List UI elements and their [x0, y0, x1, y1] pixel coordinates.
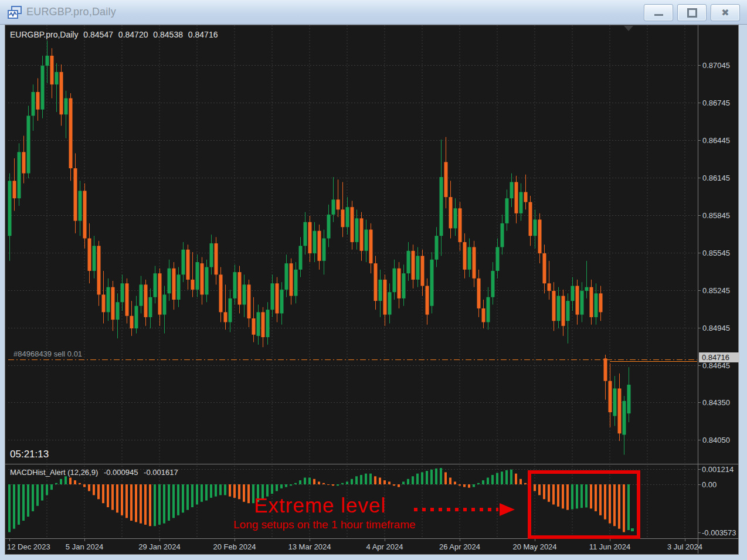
macd-histogram-bar — [501, 471, 503, 484]
time-axis-label: 4 Apr 2024 — [366, 542, 403, 551]
candle-body — [534, 219, 537, 236]
candle-body — [238, 272, 242, 304]
macd-histogram-bar — [599, 484, 602, 515]
candle-body — [27, 116, 30, 173]
macd-histogram-bar — [111, 484, 114, 510]
highlight-rectangle — [529, 472, 639, 537]
candle-body — [257, 312, 260, 336]
macd-histogram-bar — [327, 484, 330, 485]
macd-histogram-bar — [388, 481, 391, 484]
quote-low: 0.84538 — [153, 30, 183, 39]
mt4-chart-window: EURGBP.pro,Daily ✖ 0.870450.867450.86445… — [0, 0, 747, 560]
macd-histogram-bar — [604, 484, 606, 520]
macd-histogram-bar — [524, 483, 527, 484]
macd-histogram-bar — [360, 475, 362, 484]
candle-body — [8, 181, 12, 236]
candle-body — [618, 388, 622, 433]
macd-histogram-bar — [477, 483, 480, 484]
candle-body — [18, 152, 21, 198]
macd-histogram-bar — [88, 484, 90, 491]
candle-body — [135, 306, 138, 328]
candle-body — [388, 292, 392, 314]
macd-histogram-bar — [125, 484, 128, 518]
macd-histogram-bar — [505, 470, 508, 484]
indicator-value-1: -0.000945 — [104, 468, 138, 477]
candle-body — [74, 168, 77, 221]
candle-body — [322, 238, 326, 260]
macd-histogram-bar — [463, 484, 466, 487]
time-axis-label: 20 May 2024 — [512, 542, 556, 551]
time-axis-label: 11 Jun 2024 — [589, 542, 631, 551]
candle-body — [130, 316, 134, 328]
macd-histogram-bar — [444, 472, 447, 484]
macd-histogram-bar — [496, 473, 498, 484]
price-axis-label: 0.84945 — [702, 324, 730, 332]
price-axis-label: 0.86745 — [702, 99, 730, 107]
macd-histogram-bar — [613, 484, 616, 526]
candle-body — [426, 286, 429, 315]
open-position-label: #84968439 sell 0.01 — [13, 349, 82, 358]
macd-histogram-bar — [487, 478, 489, 484]
macd-axis-label: -0.003573 — [702, 528, 736, 537]
candle-body — [233, 272, 237, 298]
maximize-icon — [687, 8, 697, 18]
macd-histogram-bar — [379, 478, 381, 484]
macd-histogram-bar — [22, 484, 25, 521]
indicator-header: MACDHist_Alert (12,26,9) -0.000945 -0.00… — [10, 468, 182, 477]
candle-body — [276, 283, 279, 313]
window-titlebar[interactable]: EURGBP.pro,Daily ✖ — [0, 0, 747, 25]
candle-body — [163, 294, 167, 314]
macd-histogram-bar — [55, 483, 57, 484]
annotation-subtext: Long setups on the 1 hour timeframe — [233, 518, 416, 531]
candle-body — [36, 92, 40, 110]
candle-body — [64, 99, 68, 115]
minimize-button[interactable] — [644, 4, 673, 21]
candle-body — [585, 287, 589, 291]
macd-histogram-bar — [121, 484, 123, 515]
candle-body — [243, 284, 246, 304]
macd-histogram-bar — [224, 484, 226, 495]
price-axis-label: 0.84350 — [702, 398, 730, 407]
candle-body — [201, 263, 204, 294]
close-icon: ✖ — [721, 8, 729, 18]
macd-histogram-bar — [205, 484, 208, 501]
candle-body — [402, 273, 406, 298]
candle-body — [412, 251, 415, 280]
macd-histogram-bar — [398, 484, 400, 487]
macd-histogram-bar — [233, 484, 236, 498]
candle-body — [158, 273, 162, 314]
macd-histogram-bar — [618, 484, 620, 529]
time-axis-label: 5 Jan 2024 — [66, 542, 103, 551]
candle-body — [50, 56, 54, 84]
candle-body — [449, 197, 453, 228]
candle-body — [360, 218, 364, 250]
candle-body — [177, 274, 181, 300]
candle-body — [219, 274, 223, 312]
macd-histogram-bar — [116, 484, 118, 513]
macd-histogram-bar — [304, 478, 306, 484]
time-axis-label: 13 Mar 2024 — [288, 542, 331, 551]
candle-body — [22, 152, 26, 173]
macd-histogram-bar — [440, 468, 442, 484]
candle-body — [609, 381, 612, 412]
maximize-button[interactable] — [677, 4, 707, 21]
macd-histogram-bar — [140, 484, 142, 524]
candle-body — [524, 192, 528, 202]
macd-histogram-bar — [416, 474, 419, 484]
candle-body — [32, 92, 35, 116]
candle-body — [355, 218, 359, 242]
candle-body — [290, 263, 293, 296]
macd-histogram-bar — [337, 484, 339, 486]
candle-body — [576, 286, 579, 315]
macd-histogram-bar — [566, 484, 569, 510]
macd-histogram-bar — [172, 484, 175, 518]
price-axis-label: 0.85245 — [702, 286, 730, 295]
macd-histogram-bar — [69, 478, 72, 484]
macd-histogram-bar — [294, 483, 297, 484]
macd-histogram-bar — [468, 484, 470, 488]
macd-histogram-bar — [332, 484, 334, 486]
candle-body — [83, 191, 87, 238]
macd-histogram-bar — [210, 484, 212, 498]
close-button[interactable]: ✖ — [711, 4, 740, 21]
macd-histogram-bar — [97, 484, 100, 499]
